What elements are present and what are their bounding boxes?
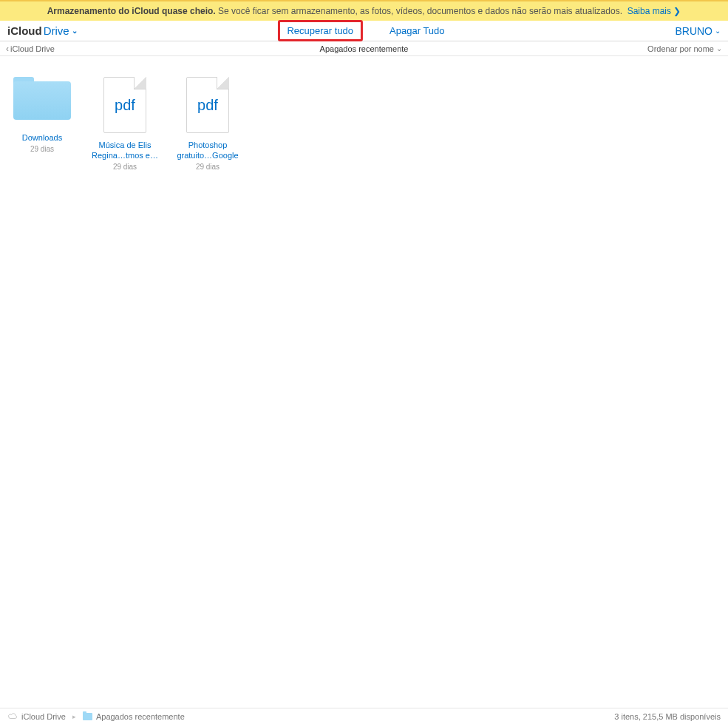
crumb-root[interactable]: iCloud Drive <box>21 712 66 721</box>
location-bar: ‹ iCloud Drive Apagados recentemente Ord… <box>0 41 728 56</box>
file-item-pdf[interactable]: pdf Música de Elis Regina…tmos e… 29 dia… <box>92 77 158 171</box>
cloud-icon <box>7 712 18 721</box>
banner-text: Se você ficar sem armazenamento, as foto… <box>218 6 622 16</box>
page-title: Apagados recentemente <box>320 44 409 53</box>
file-meta: 29 dias <box>196 163 220 171</box>
folder-icon <box>83 713 92 720</box>
footer-bar: iCloud Drive ▸ Apagados recentemente 3 i… <box>0 708 728 724</box>
crumb-current[interactable]: Apagados recentemente <box>96 712 185 721</box>
main-toolbar: iCloud Drive ⌄ Recuperar tudo Apagar Tud… <box>0 21 728 41</box>
chevron-right-icon: ❯ <box>673 6 681 16</box>
recover-all-button[interactable]: Recuperar tudo <box>277 20 363 41</box>
file-name: Photoshop gratuito…Google <box>174 141 241 161</box>
file-grid: Downloads 29 dias pdf Música de Elis Reg… <box>0 56 728 192</box>
pdf-icon: pdf <box>103 77 146 133</box>
file-name: Música de Elis Regina…tmos e… <box>92 141 158 161</box>
breadcrumb: iCloud Drive ▸ Apagados recentemente <box>7 712 185 721</box>
file-meta: 29 dias <box>113 163 137 171</box>
crumb-separator: ▸ <box>72 713 76 720</box>
storage-warning-banner: Armazenamento do iCloud quase cheio. Se … <box>0 0 728 21</box>
icloud-drive-menu[interactable]: iCloud Drive ⌄ <box>7 24 78 37</box>
file-name: Downloads <box>22 133 62 143</box>
storage-status: 3 itens, 215,5 MB disponíveis <box>614 712 721 721</box>
banner-title: Armazenamento do iCloud quase cheio. <box>47 6 216 16</box>
learn-more-link[interactable]: Saiba mais ❯ <box>627 6 681 16</box>
folder-icon <box>13 77 71 120</box>
user-menu[interactable]: BRUNO ⌄ <box>675 25 721 37</box>
delete-all-button[interactable]: Apagar Tudo <box>384 22 450 39</box>
file-meta: 29 dias <box>30 145 54 153</box>
chevron-down-icon: ⌄ <box>72 27 78 35</box>
chevron-down-icon: ⌄ <box>715 27 721 35</box>
chevron-left-icon: ‹ <box>6 44 9 54</box>
toolbar-actions: Recuperar tudo Apagar Tudo <box>277 20 450 41</box>
back-button[interactable]: ‹ iCloud Drive <box>6 44 55 54</box>
chevron-down-icon: ⌄ <box>716 44 722 53</box>
sort-menu[interactable]: Ordenar por nome ⌄ <box>647 44 722 53</box>
file-item-pdf[interactable]: pdf Photoshop gratuito…Google 29 dias <box>174 77 241 171</box>
file-item-folder[interactable]: Downloads 29 dias <box>9 77 75 171</box>
pdf-icon: pdf <box>186 77 229 133</box>
